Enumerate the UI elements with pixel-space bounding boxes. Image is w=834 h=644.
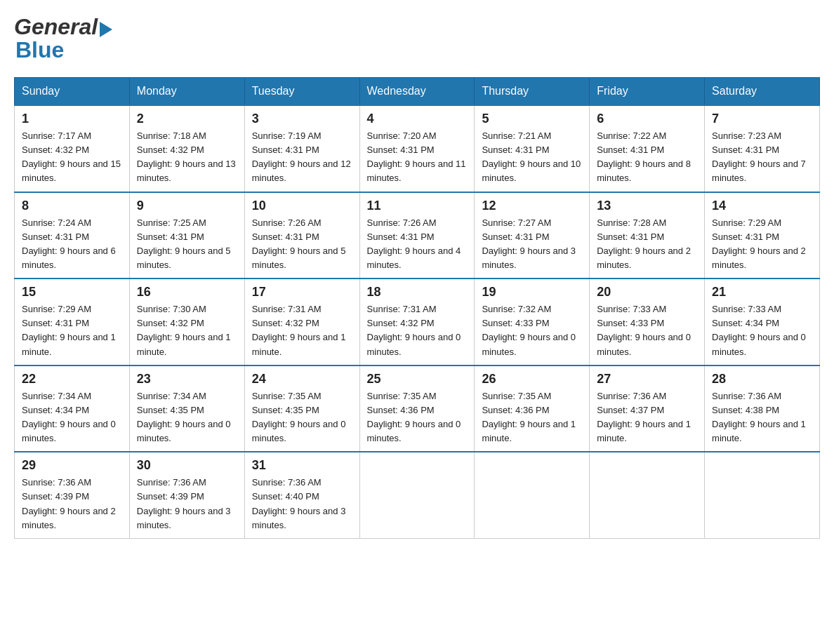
day-info: Sunrise: 7:30 AMSunset: 4:32 PMDaylight:… [137,302,237,359]
day-info: Sunrise: 7:27 AMSunset: 4:31 PMDaylight:… [482,216,582,273]
week-row-1: 1Sunrise: 7:17 AMSunset: 4:32 PMDaylight… [15,105,820,192]
day-number: 28 [712,372,812,387]
calendar-cell: 9Sunrise: 7:25 AMSunset: 4:31 PMDaylight… [129,192,244,279]
week-row-5: 29Sunrise: 7:36 AMSunset: 4:39 PMDayligh… [15,452,820,538]
day-info: Sunrise: 7:35 AMSunset: 4:36 PMDaylight:… [367,389,468,446]
calendar-table: SundayMondayTuesdayWednesdayThursdayFrid… [14,77,820,539]
logo-blue-text: Blue [15,37,64,62]
calendar-cell [705,452,820,538]
day-number: 17 [252,285,352,300]
day-number: 22 [22,372,122,387]
day-info: Sunrise: 7:26 AMSunset: 4:31 PMDaylight:… [252,216,352,273]
day-number: 24 [252,372,352,387]
day-number: 20 [597,285,697,300]
logo-arrow-icon [100,22,112,37]
day-header-thursday: Thursday [475,78,590,106]
day-number: 12 [482,199,582,213]
day-info: Sunrise: 7:20 AMSunset: 4:31 PMDaylight:… [367,129,468,186]
day-number: 4 [367,112,468,126]
calendar-cell: 15Sunrise: 7:29 AMSunset: 4:31 PMDayligh… [15,279,130,365]
calendar-cell: 22Sunrise: 7:34 AMSunset: 4:34 PMDayligh… [15,365,130,452]
day-info: Sunrise: 7:26 AMSunset: 4:31 PMDaylight:… [367,216,468,273]
calendar-cell: 20Sunrise: 7:33 AMSunset: 4:33 PMDayligh… [590,279,705,365]
day-number: 26 [482,372,582,387]
calendar-cell: 8Sunrise: 7:24 AMSunset: 4:31 PMDaylight… [15,192,130,279]
day-number: 19 [482,285,582,300]
day-info: Sunrise: 7:36 AMSunset: 4:37 PMDaylight:… [597,389,697,446]
calendar-cell: 10Sunrise: 7:26 AMSunset: 4:31 PMDayligh… [244,192,359,279]
logo: General Blue [14,14,112,63]
day-number: 7 [712,112,812,126]
calendar-cell: 31Sunrise: 7:36 AMSunset: 4:40 PMDayligh… [244,452,359,538]
day-number: 25 [367,372,468,387]
calendar-cell: 18Sunrise: 7:31 AMSunset: 4:32 PMDayligh… [359,279,475,365]
day-info: Sunrise: 7:34 AMSunset: 4:35 PMDaylight:… [137,389,237,446]
calendar-cell: 11Sunrise: 7:26 AMSunset: 4:31 PMDayligh… [359,192,475,279]
day-info: Sunrise: 7:33 AMSunset: 4:34 PMDaylight:… [712,302,812,359]
day-number: 18 [367,285,468,300]
calendar-cell: 19Sunrise: 7:32 AMSunset: 4:33 PMDayligh… [475,279,590,365]
day-info: Sunrise: 7:17 AMSunset: 4:32 PMDaylight:… [22,129,122,186]
day-info: Sunrise: 7:36 AMSunset: 4:39 PMDaylight:… [137,476,237,532]
day-header-wednesday: Wednesday [359,78,475,106]
calendar-cell: 29Sunrise: 7:36 AMSunset: 4:39 PMDayligh… [15,452,130,538]
day-number: 27 [597,372,697,387]
calendar-cell: 14Sunrise: 7:29 AMSunset: 4:31 PMDayligh… [705,192,820,279]
day-info: Sunrise: 7:29 AMSunset: 4:31 PMDaylight:… [712,216,812,273]
day-info: Sunrise: 7:25 AMSunset: 4:31 PMDaylight:… [137,216,237,273]
day-info: Sunrise: 7:36 AMSunset: 4:40 PMDaylight:… [252,476,352,532]
day-number: 10 [252,199,352,213]
calendar-cell: 4Sunrise: 7:20 AMSunset: 4:31 PMDaylight… [359,105,475,192]
calendar-cell: 12Sunrise: 7:27 AMSunset: 4:31 PMDayligh… [475,192,590,279]
day-info: Sunrise: 7:31 AMSunset: 4:32 PMDaylight:… [367,302,468,359]
calendar-cell: 6Sunrise: 7:22 AMSunset: 4:31 PMDaylight… [590,105,705,192]
calendar-cell: 23Sunrise: 7:34 AMSunset: 4:35 PMDayligh… [129,365,244,452]
day-info: Sunrise: 7:19 AMSunset: 4:31 PMDaylight:… [252,129,352,186]
day-number: 9 [137,199,237,213]
day-number: 23 [137,372,237,387]
day-info: Sunrise: 7:36 AMSunset: 4:39 PMDaylight:… [22,476,122,532]
calendar-cell: 7Sunrise: 7:23 AMSunset: 4:31 PMDaylight… [705,105,820,192]
logo-general-text: General [14,14,98,40]
day-info: Sunrise: 7:28 AMSunset: 4:31 PMDaylight:… [597,216,697,273]
day-number: 14 [712,199,812,213]
week-row-4: 22Sunrise: 7:34 AMSunset: 4:34 PMDayligh… [15,365,820,452]
calendar-cell [359,452,475,538]
calendar-cell: 3Sunrise: 7:19 AMSunset: 4:31 PMDaylight… [244,105,359,192]
day-header-saturday: Saturday [705,78,820,106]
calendar-cell: 16Sunrise: 7:30 AMSunset: 4:32 PMDayligh… [129,279,244,365]
calendar-cell: 24Sunrise: 7:35 AMSunset: 4:35 PMDayligh… [244,365,359,452]
calendar-cell: 17Sunrise: 7:31 AMSunset: 4:32 PMDayligh… [244,279,359,365]
day-info: Sunrise: 7:35 AMSunset: 4:35 PMDaylight:… [252,389,352,446]
day-number: 8 [22,199,122,213]
calendar-cell: 27Sunrise: 7:36 AMSunset: 4:37 PMDayligh… [590,365,705,452]
day-info: Sunrise: 7:24 AMSunset: 4:31 PMDaylight:… [22,216,122,273]
calendar-cell: 26Sunrise: 7:35 AMSunset: 4:36 PMDayligh… [475,365,590,452]
day-number: 1 [22,112,122,126]
day-info: Sunrise: 7:21 AMSunset: 4:31 PMDaylight:… [482,129,582,186]
day-header-friday: Friday [590,78,705,106]
calendar-cell [475,452,590,538]
day-header-monday: Monday [129,78,244,106]
day-info: Sunrise: 7:35 AMSunset: 4:36 PMDaylight:… [482,389,582,446]
calendar-cell: 1Sunrise: 7:17 AMSunset: 4:32 PMDaylight… [15,105,130,192]
day-number: 30 [137,458,237,473]
day-number: 3 [252,112,352,126]
day-number: 15 [22,285,122,300]
day-number: 6 [597,112,697,126]
day-info: Sunrise: 7:31 AMSunset: 4:32 PMDaylight:… [252,302,352,359]
calendar-cell [590,452,705,538]
day-number: 5 [482,112,582,126]
day-number: 11 [367,199,468,213]
calendar-cell: 5Sunrise: 7:21 AMSunset: 4:31 PMDaylight… [475,105,590,192]
day-info: Sunrise: 7:33 AMSunset: 4:33 PMDaylight:… [597,302,697,359]
calendar-cell: 30Sunrise: 7:36 AMSunset: 4:39 PMDayligh… [129,452,244,538]
day-info: Sunrise: 7:32 AMSunset: 4:33 PMDaylight:… [482,302,582,359]
day-number: 29 [22,458,122,473]
calendar-cell: 28Sunrise: 7:36 AMSunset: 4:38 PMDayligh… [705,365,820,452]
day-number: 13 [597,199,697,213]
page-header: General Blue [14,14,820,63]
day-info: Sunrise: 7:23 AMSunset: 4:31 PMDaylight:… [712,129,812,186]
calendar-cell: 25Sunrise: 7:35 AMSunset: 4:36 PMDayligh… [359,365,475,452]
day-header-sunday: Sunday [15,78,130,106]
